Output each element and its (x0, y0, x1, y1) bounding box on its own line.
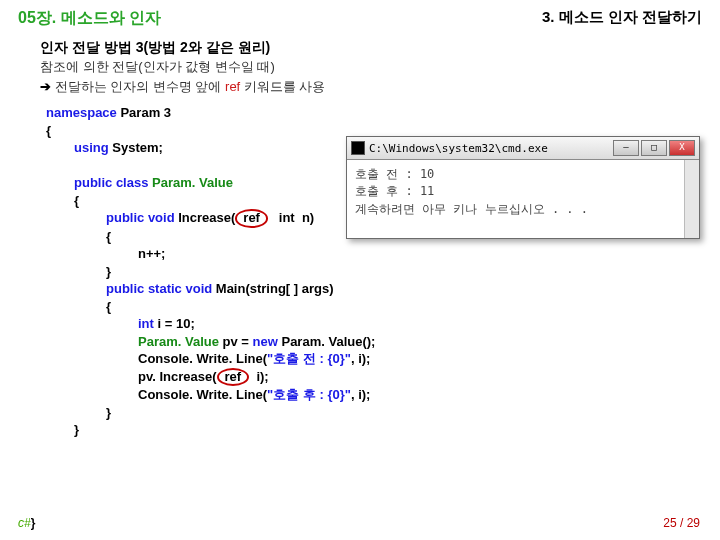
console-line-2: 호출 후 : 11 (355, 183, 691, 200)
console-icon (351, 141, 365, 155)
ref-circle-2: ref (217, 368, 250, 386)
arrow-icon: ➔ (40, 79, 51, 94)
subsection-line-2: ➔ 전달하는 인자의 변수명 앞에 ref 키워드를 사용 (40, 77, 720, 97)
console-line-1: 호출 전 : 10 (355, 166, 691, 183)
scrollbar[interactable] (684, 160, 699, 238)
console-title-text: C:\Windows\system32\cmd.exe (369, 142, 548, 155)
subsection-line-1: 참조에 의한 전달(인자가 값형 변수일 때) (40, 57, 720, 77)
minimize-button[interactable]: – (613, 140, 639, 156)
ref-keyword: ref (225, 79, 240, 94)
console-line-3: 계속하려면 아무 키나 누르십시오 . . . (355, 201, 691, 218)
console-titlebar: C:\Windows\system32\cmd.exe – □ X (347, 137, 699, 160)
maximize-button[interactable]: □ (641, 140, 667, 156)
csharp-label: c#} (18, 516, 35, 530)
section-title: 3. 메소드 인자 전달하기 (542, 8, 702, 29)
close-button[interactable]: X (669, 140, 695, 156)
subsection-title: 인자 전달 방법 3(방법 2와 같은 원리) (40, 39, 720, 57)
ref-circle-1: ref (235, 209, 268, 227)
chapter-title: 05장. 메소드와 인자 (18, 8, 161, 29)
page-number: 25 / 29 (663, 516, 700, 530)
console-window: C:\Windows\system32\cmd.exe – □ X 호출 전 :… (346, 136, 700, 239)
console-body: 호출 전 : 10 호출 후 : 11 계속하려면 아무 키나 누르십시오 . … (347, 160, 699, 238)
